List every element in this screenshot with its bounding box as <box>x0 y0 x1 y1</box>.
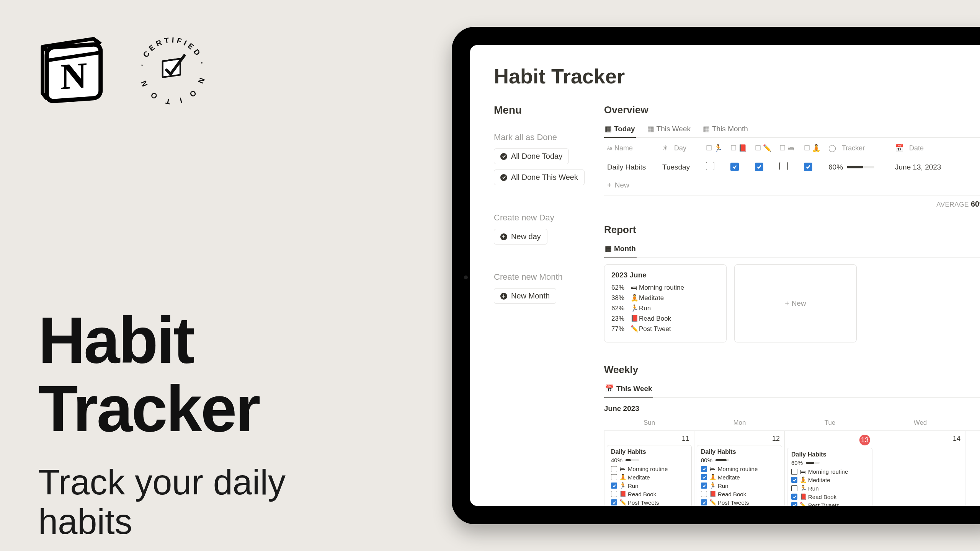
svg-text:N: N <box>60 54 87 97</box>
habit-checkbox[interactable] <box>611 474 617 480</box>
habit-icon: ✏️ <box>630 325 637 333</box>
calendar-habit-card[interactable]: Daily Habits40%🛏Morning routine🧘Meditate… <box>607 445 692 506</box>
calendar-date: 13 <box>787 434 872 448</box>
report-line: 23%📕Read Book <box>611 315 719 323</box>
calendar-habit-card[interactable]: Daily Habits60%🛏Morning routine🧘Meditate… <box>787 448 872 506</box>
report-line: 62%🏃Run <box>611 304 719 312</box>
habit-checkbox[interactable] <box>755 163 763 171</box>
habit-checkbox[interactable] <box>791 469 797 475</box>
habit-icon: ✏️ <box>800 502 806 506</box>
overview-tab-this-week[interactable]: ▦This Week <box>647 121 691 138</box>
calendar-cell[interactable]: 12Daily Habits80%🛏Morning routine🧘Medita… <box>694 431 785 506</box>
report-tab-month[interactable]: ▦ Month <box>604 241 637 258</box>
habit-checkbox[interactable] <box>611 483 617 489</box>
calendar-habit-row: 🏃Run <box>701 482 778 489</box>
habit-icon: 🛏 <box>709 466 715 472</box>
report-line: 77%✏️Post Tweet <box>611 325 719 333</box>
check-circle-icon <box>500 153 507 160</box>
habit-checkbox[interactable] <box>611 499 617 505</box>
habit-checkbox[interactable] <box>701 474 707 480</box>
table-icon: ▦ <box>703 124 710 133</box>
habit-checkbox[interactable] <box>611 466 617 472</box>
button-label: All Done This Week <box>511 173 578 182</box>
calendar-habit-row: ✏️Post Tweets <box>791 502 868 506</box>
calendar-cell[interactable]: 14 <box>875 431 965 506</box>
habit-label: Run <box>718 483 728 489</box>
card-percent: 80% <box>701 457 712 463</box>
tracker-percent: 60% <box>828 163 843 171</box>
plus-circle-icon: + <box>500 233 507 240</box>
calendar-date: 12 <box>697 434 782 445</box>
habit-label: Meditate <box>628 474 650 481</box>
habit-checkbox[interactable] <box>791 494 797 500</box>
calendar-habit-row: 📕Read Book <box>611 491 688 497</box>
weekly-heading: Weekly <box>604 364 980 376</box>
habit-label: Read Book <box>808 494 836 500</box>
calendar-habit-row: 🧘Meditate <box>791 476 868 483</box>
habit-checkbox[interactable] <box>706 162 714 170</box>
weekly-tab-this-week[interactable]: 📅 This Week <box>604 381 653 398</box>
habit-icon: 📕 <box>630 315 637 323</box>
calendar-cell[interactable]: 13Daily Habits60%🛏Morning routine🧘Medita… <box>785 431 875 506</box>
habit-checkbox[interactable] <box>701 499 707 505</box>
report-new-card[interactable]: + New <box>734 264 857 342</box>
all-done-today-button[interactable]: All Done Today <box>494 148 569 164</box>
overview-row[interactable]: Daily Habits Tuesday 60% June 13, 2023 <box>604 157 980 177</box>
sun-icon: ☀ <box>662 144 668 152</box>
calendar-day-label: Wed <box>875 417 965 430</box>
table-icon: ▦ <box>605 124 612 133</box>
habit-checkbox[interactable] <box>779 162 788 170</box>
calendar-habit-row: 🧘Meditate <box>611 474 688 481</box>
habit-icon: ✏️ <box>709 499 715 506</box>
calendar-icon: 📅 <box>605 384 614 393</box>
habit-checkbox[interactable] <box>701 483 707 489</box>
habit-checkbox[interactable] <box>791 477 797 483</box>
card-title: Daily Habits <box>701 448 778 455</box>
habit-checkbox[interactable] <box>730 163 739 171</box>
tracker-bar <box>847 166 874 168</box>
row-day: Tuesday <box>662 163 704 171</box>
calendar-habit-row: 📕Read Book <box>791 493 868 500</box>
report-card[interactable]: 2023 June 62%🛏Morning routine38%🧘Meditat… <box>604 264 727 342</box>
calendar-habit-card[interactable]: Daily Habits80%🛏Morning routine🧘Meditate… <box>697 445 782 506</box>
overview-new-row[interactable]: + New <box>604 177 980 196</box>
calendar-habit-row: 🧘Meditate <box>701 474 778 481</box>
habit-checkbox[interactable] <box>791 485 797 491</box>
tracker-icon: ◯ <box>828 144 836 152</box>
button-label: New Month <box>511 292 550 300</box>
card-title: Daily Habits <box>611 448 688 455</box>
new-day-button[interactable]: +New day <box>494 229 547 245</box>
report-line: 38%🧘Meditate <box>611 294 719 302</box>
report-heading: Report <box>604 224 980 236</box>
habit-icon: 🏃 <box>800 485 806 492</box>
card-percent: 40% <box>611 457 622 463</box>
overview-tab-today[interactable]: ▦Today <box>604 121 636 138</box>
overview-heading: Overview <box>604 104 980 116</box>
overview-table-header: AaName ☀ Day ☐🏃 ☐📕 ☐✏️ ☐🛏 ☐🧘 ◯ Tracker 📅… <box>604 139 980 157</box>
habit-label: Morning routine <box>628 466 668 472</box>
habit-checkbox[interactable] <box>611 491 617 497</box>
plus-icon: + <box>785 300 789 307</box>
svg-text:Aa: Aa <box>607 146 612 150</box>
overview-tabs: ▦Today▦This Week▦This Month <box>604 121 980 138</box>
habit-checkbox[interactable] <box>701 491 707 497</box>
habit-icon: 🧘 <box>709 474 715 481</box>
calendar-month-label: June 2023 <box>604 404 980 413</box>
menu-group-label: Mark all as Done <box>494 132 590 142</box>
tablet-frame: Habit Tracker Menu Mark all as DoneAll D… <box>452 27 980 524</box>
habit-checkbox[interactable] <box>791 502 797 506</box>
calendar-cell[interactable]: 11Daily Habits40%🛏Morning routine🧘Medita… <box>604 431 694 506</box>
new-month-button[interactable]: +New Month <box>494 288 556 304</box>
habit-checkbox[interactable] <box>804 163 812 171</box>
menu-group-label: Create new Day <box>494 213 590 223</box>
habit-icon: 🏃 <box>619 482 626 489</box>
all-done-week-button[interactable]: All Done This Week <box>494 170 585 185</box>
habit-checkbox[interactable] <box>701 466 707 472</box>
calendar-date: 14 <box>877 434 963 445</box>
calendar-habit-row: 🛏Morning routine <box>701 466 778 472</box>
habit-label: Post Tweets <box>628 499 659 506</box>
overview-tab-this-month[interactable]: ▦This Month <box>702 121 749 138</box>
habit-icon: 📕 <box>709 491 715 497</box>
page-title: Habit Tracker <box>494 64 980 88</box>
habit-icon: 🧘 <box>619 474 626 481</box>
